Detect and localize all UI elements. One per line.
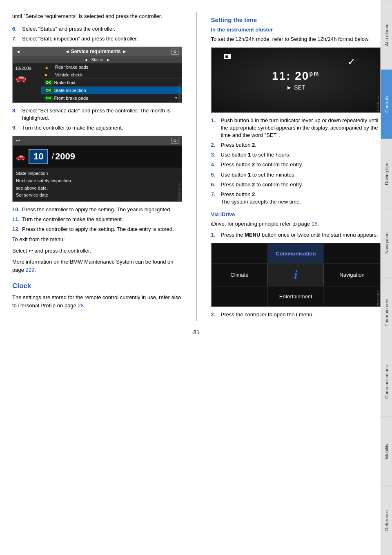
cluster-time-display: 11: 20pm: [272, 69, 319, 83]
step-text: Press button 2.The system accepts the ne…: [221, 191, 381, 206]
cluster-set-text: SET: [294, 84, 305, 91]
warning-icon: ▲: [45, 65, 53, 69]
ok-badge-3: OK: [45, 96, 53, 101]
step-text: Select "Status" and press the controller…: [22, 25, 182, 33]
sr-item-label: Rear brake pads: [55, 65, 88, 69]
car-icon-2: 🚗: [16, 152, 25, 161]
idrive-cell-empty-br: [324, 286, 380, 307]
step-text: Push button 1 in the turn indicator leve…: [221, 117, 381, 139]
idrive-cell-center: i: [267, 264, 324, 286]
list-item: 8. Select "Set service date" and press t…: [12, 107, 182, 122]
ds-slash: /: [51, 152, 54, 161]
right-column: Setting the time In the instrument clust…: [207, 12, 381, 321]
list-item: 4. Press button 2 to confirm the entry.: [211, 161, 381, 168]
via-idrive-intro: iDrive, for operating principle refer to…: [211, 220, 381, 228]
tab-at-a-glance[interactable]: At a glance: [381, 0, 392, 69]
list-item: 10. Press the controller to apply the se…: [12, 206, 182, 213]
step-number: 1.: [211, 231, 219, 239]
tab-label: Navigation: [384, 233, 389, 254]
step-text: Press the controller to apply the settin…: [22, 226, 182, 233]
via-idrive-page-link[interactable]: 16: [312, 221, 317, 227]
list-item: 6. Press button 2 to confirm the entry.: [211, 181, 381, 188]
exit-text-2: Select ↩ and press the controller.: [12, 247, 182, 255]
idrive-grid: Communication Climate i Navigation: [212, 243, 381, 307]
sr-date-col: 10/2009 🚗: [13, 63, 41, 102]
ds-info-line-1: State inspection: [16, 170, 178, 177]
more-info-page-link[interactable]: 229: [26, 267, 35, 273]
idrive-steps-2: 2. Press the controller to open the i me…: [211, 311, 381, 318]
tab-label: Driving tips: [384, 163, 389, 185]
instrument-cluster-subheading: In the instrument cluster: [211, 27, 381, 33]
step-text: Press the MENU button once or twice unti…: [221, 231, 381, 239]
step-text: Turn the controller to make the adjustme…: [22, 216, 182, 223]
step-number: 7.: [12, 35, 20, 43]
cluster-steps: 1. Push button 1 in the turn indicator l…: [211, 117, 381, 206]
idrive-cell-entertainment: Entertainment: [267, 286, 324, 307]
tab-controls[interactable]: Controls: [381, 69, 392, 139]
clock-page-link[interactable]: 28: [78, 302, 83, 309]
sr-items-col: ▲ Rear brake pads ■ Vehicle check OK Bra…: [41, 63, 182, 102]
idrive-cell-communication: Communication: [267, 243, 324, 264]
idrive-steps-1: 1. Press the MENU button once or twice u…: [211, 231, 381, 239]
tab-label: Entertainment: [384, 298, 389, 326]
entertainment-label: Entertainment: [279, 293, 312, 300]
list-item: 6. Select "Status" and press the control…: [12, 25, 182, 33]
ds-header: ↩ ⚙: [13, 136, 182, 145]
more-info-text: More information on the BMW Maintenance …: [12, 258, 182, 274]
car-icon: 🚗: [15, 72, 26, 83]
tab-communications[interactable]: Communications: [381, 347, 392, 416]
step-number: 4.: [211, 161, 219, 168]
watermark: V1RE<FlREN: [178, 84, 181, 102]
tab-label: Communications: [384, 365, 389, 398]
clock-heading: Clock: [12, 282, 182, 290]
via-idrive-suffix: .: [317, 221, 319, 227]
late-steps: 10. Press the controller to apply the se…: [12, 206, 182, 233]
watermark-2: V1RE<FlREN: [178, 183, 181, 201]
main-content: until "Service requirements" is selected…: [0, 0, 381, 555]
step-number: 11.: [12, 216, 20, 223]
step-number: 5.: [211, 171, 219, 179]
sr-row-1: ▲ Rear brake pads: [41, 63, 182, 71]
idrive-cell-climate: Climate: [212, 264, 268, 286]
sr-row-2: ■ Vehicle check: [41, 71, 182, 79]
idrive-cell-empty-tr: [324, 243, 380, 264]
left-column: until "Service requirements" is selected…: [12, 12, 186, 321]
sr-row-5: OK Front brake pads ▼: [41, 94, 182, 102]
tab-label: At a glance: [384, 24, 389, 46]
sr-row-4-highlighted: OK State inspection: [41, 87, 182, 94]
list-item: 5. Use button 1 to set the minutes.: [211, 171, 381, 179]
cluster-checkmark: ✓: [347, 56, 356, 67]
tab-label: Mobility: [384, 443, 389, 459]
tab-navigation[interactable]: Navigation: [381, 208, 392, 278]
tab-mobility[interactable]: Mobility: [381, 416, 392, 486]
list-item: 1. Push button 1 in the turn indicator l…: [211, 117, 381, 139]
step-number: 6.: [12, 25, 20, 33]
sr-row-3: OK Brake fluid: [41, 79, 182, 87]
sr-back-arrow: ◄: [16, 49, 20, 54]
step-text: Press button 2.: [221, 141, 381, 149]
watermark-3: Y1E<FlEBA: [376, 96, 379, 111]
step-text: Press the controller to open the i menu.: [221, 311, 381, 318]
exit-text: To exit from the menu:: [12, 235, 182, 244]
tab-reference[interactable]: Reference: [381, 486, 392, 555]
step-text: Use button 1 to set the hours.: [221, 151, 381, 159]
ds-month-box: 10: [29, 149, 48, 164]
list-item: 11. Turn the controller to make the adju…: [12, 216, 182, 223]
menu-icon-label: ▣: [225, 55, 228, 58]
cluster-pm: pm: [309, 70, 319, 76]
via-idrive-text: iDrive, for operating principle refer to…: [211, 221, 312, 227]
warning-icon-2: ■: [45, 72, 53, 77]
sr-item-label-2: Vehicle check: [55, 72, 82, 77]
setting-time-heading: Setting the time: [211, 16, 381, 23]
step-number: 9.: [12, 124, 20, 132]
tab-entertainment[interactable]: Entertainment: [381, 278, 392, 347]
service-requirements-screen: ◄ ◄ Service requirements ► ⚙ ◄ Status ► …: [12, 47, 182, 103]
menu-display-icon: ▣: [224, 54, 231, 59]
step-text: Select "State inspection" and press the …: [22, 35, 182, 43]
step-text: Select "Set service date" and press the …: [22, 107, 182, 122]
ok-badge-2: OK: [45, 88, 53, 93]
tab-driving-tips[interactable]: Driving tips: [381, 139, 392, 208]
step-text: Press button 2 to confirm the entry.: [221, 161, 381, 168]
more-info-label: More information on the BMW Maintenance …: [12, 259, 174, 273]
step-number: 6.: [211, 181, 219, 188]
